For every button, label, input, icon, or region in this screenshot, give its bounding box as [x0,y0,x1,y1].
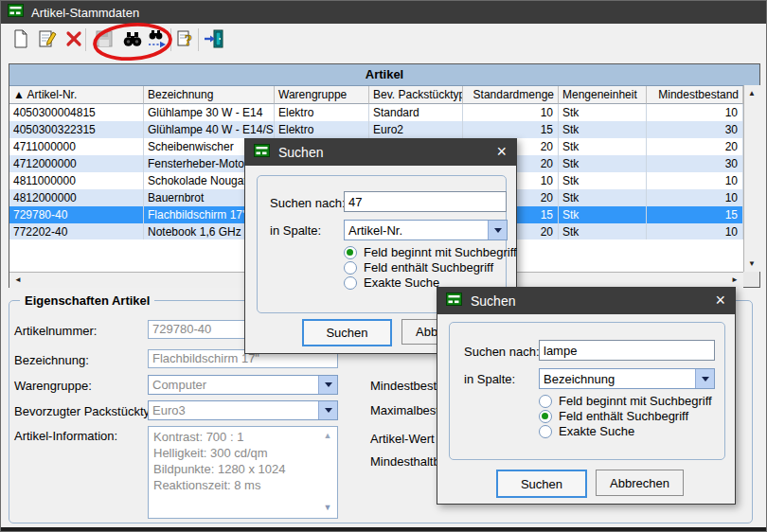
table-cell: 4811000000 [9,172,144,189]
radio-label: Feld enthält Suchbegriff [559,409,688,423]
scroll-up-icon[interactable]: ▲ [321,431,334,440]
radio-option[interactable]: Exakte Suche [344,275,439,290]
scroll-right-icon[interactable]: ► [727,273,742,287]
edit-button[interactable] [35,27,60,53]
scroll-left-icon[interactable]: ◄ [10,273,26,287]
radio-label: Feld enthält Suchbegriff [364,260,493,275]
column-header-6[interactable]: Mindestbestand [647,86,743,104]
radio-icon[interactable] [539,395,552,408]
table-cell: 15 [463,121,559,138]
window-bottom-edge [1,527,766,532]
artikel-information-textarea[interactable]: Kontrast: 700 : 1 Helligkeit: 300 cd/qm … [148,426,338,519]
exit-button[interactable] [202,27,226,53]
packstuecktyp-dropdown[interactable]: Euro3 [148,400,338,420]
radio-icon[interactable] [344,246,357,259]
radio-icon[interactable] [344,276,357,290]
column-header-5[interactable]: Mengeneinheit [559,86,647,104]
search-input[interactable] [539,340,715,361]
table-cell: 10 [463,104,559,121]
table-cell: 10 [647,223,743,240]
column-dropdown[interactable]: Artikel-Nr. [344,220,508,240]
radio-icon[interactable] [539,410,552,423]
radio-option[interactable]: Feld beginnt mit Suchbegriff [539,394,712,408]
table-cell: 4812000000 [9,189,144,206]
column-header-4[interactable]: Standardmenge [463,86,559,104]
column-header-3[interactable]: Bev. Packstücktyp [369,86,463,104]
scroll-down-icon[interactable]: ▼ [744,257,759,271]
window-title-bar[interactable]: Artikel-Stammdaten [1,1,766,24]
table-cell: 772202-40 [9,223,144,240]
table-cell: Elektro [275,104,369,121]
find-next-icon [145,28,169,52]
svg-text:?: ? [185,32,192,48]
app-icon [446,293,462,310]
warengruppe-dropdown[interactable]: Computer [148,375,338,395]
artikel-information-label: Artikel-Information: [14,429,117,443]
app-icon [254,144,270,161]
chevron-down-icon[interactable] [318,376,337,394]
table-cell: 4711000000 [9,138,144,155]
save-button[interactable] [92,27,116,53]
warengruppe-value: Computer [149,378,318,392]
table-caption: Artikel [9,64,759,86]
radio-label: Exakte Suche [559,424,634,438]
new-button[interactable] [9,27,33,53]
edit-icon [37,28,58,52]
close-icon[interactable]: × [496,139,507,166]
table-cell: Stk [559,104,647,121]
toolbar-separator [85,28,86,51]
in-column-label: in Spalte: [464,372,515,386]
bezeichnung-label: Bezeichnung: [14,353,89,367]
chevron-down-icon[interactable] [318,401,337,419]
table-cell: Stk [559,155,647,172]
chevron-down-icon[interactable] [488,221,507,239]
column-header-1[interactable]: Bezeichnung [144,86,275,104]
toolbar: ? [1,24,766,58]
search-dialog-2: Suchen × Suchen nach: in Spalte: Bezeich… [437,287,736,505]
table-cell: 30 [647,155,743,172]
new-icon [10,28,31,52]
table-row[interactable]: 4050300322315Glühlampe 40 W - E14/SESEle… [9,121,759,138]
find-button[interactable] [120,27,145,53]
table-row[interactable]: 4050300004815Glühlampe 30 W - E14Elektro… [9,104,759,121]
radio-option[interactable]: Feld enthält Suchbegriff [344,260,493,275]
packstuecktyp-label: Bevorzugter Packstücktyp: [14,404,160,418]
radio-option[interactable]: Feld beginnt mit Suchbegriff [344,245,517,259]
search-button[interactable]: Suchen [302,319,392,346]
app-window: Artikel-Stammdaten ? Artikel ▲ Artikel-N… [0,0,767,532]
dialog-title: Suchen [278,145,323,160]
dialog-title-bar[interactable]: Suchen × [245,139,516,166]
table-cell: 729780-40 [9,206,144,223]
search-button[interactable]: Suchen [496,470,587,498]
search-for-label: Suchen nach: [270,196,346,210]
radio-icon[interactable] [344,261,357,275]
scroll-up-icon[interactable]: ▲ [744,86,759,100]
radio-icon[interactable] [539,425,552,438]
close-icon[interactable]: × [715,288,725,314]
column-header-0[interactable]: ▲ Artikel-Nr. [9,86,144,104]
find-next-button[interactable] [145,27,169,53]
vertical-scrollbar[interactable]: ▲ ▼ [743,85,760,272]
chevron-down-icon[interactable] [695,369,714,388]
delete-button[interactable] [62,27,86,53]
delete-icon [63,28,84,52]
cancel-button[interactable]: Abbrechen [596,470,684,496]
app-icon [8,4,24,21]
help-button[interactable]: ? [174,27,199,53]
search-input[interactable] [344,191,507,212]
warengruppe-label: Warengruppe: [14,379,92,393]
table-cell: Standard [369,104,463,121]
dialog-title-bar[interactable]: Suchen × [437,288,735,314]
table-cell: 20 [647,138,743,155]
column-header-2[interactable]: Warengruppe [275,86,369,104]
radio-option[interactable]: Exakte Suche [539,424,634,438]
table-cell: 15 [647,206,743,223]
table-cell: Stk [559,121,647,138]
table-cell: Elektro [275,121,369,138]
radio-option[interactable]: Feld enthält Suchbegriff [539,409,688,423]
column-dropdown[interactable]: Bezeichnung [539,368,715,389]
table-cell: Stk [559,172,647,189]
table-header-row: ▲ Artikel-Nr.BezeichnungWarengruppeBev. … [9,86,759,104]
toolbar-separator [198,28,199,51]
scroll-down-icon[interactable]: ▼ [321,503,334,512]
